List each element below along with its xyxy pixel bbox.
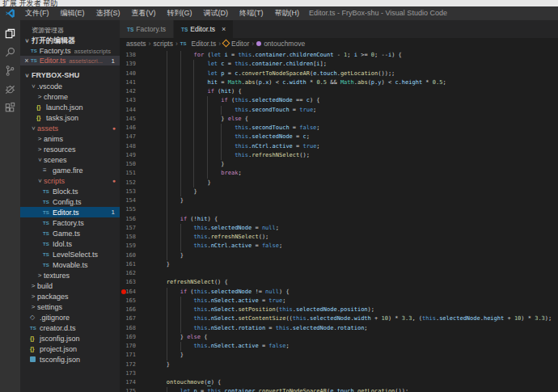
line-number[interactable]: 155 <box>120 205 136 214</box>
code-line[interactable]: 150 } <box>120 160 558 169</box>
code-line[interactable]: 142 if (hit) { <box>120 87 558 96</box>
tree-item-launch-json[interactable]: {}launch.json <box>20 102 120 112</box>
code-line[interactable]: 149 this.refreshNSelect(); <box>120 151 558 160</box>
code-line[interactable]: 161 } <box>120 260 558 269</box>
line-number[interactable]: 146 <box>120 124 136 133</box>
source-control-icon[interactable] <box>4 64 17 77</box>
code-line[interactable]: 172 } <box>120 360 558 369</box>
code-area[interactable]: 138 for (let i = this.container.children… <box>120 48 558 392</box>
line-number[interactable]: 158 <box>120 233 136 242</box>
line-number[interactable]: 159 <box>120 242 136 251</box>
line-number[interactable]: 173 <box>120 369 136 378</box>
extensions-icon[interactable] <box>4 101 17 114</box>
breadcrumb-assets[interactable]: assets <box>126 40 146 48</box>
tree-item-creator-d-ts[interactable]: TScreator.d.ts <box>20 322 120 333</box>
line-number[interactable]: 172 <box>120 360 136 369</box>
code-line[interactable]: 146 this.secondTouch = false; <box>120 124 558 133</box>
line-number[interactable]: 161 <box>120 260 136 269</box>
tree-item-jsconfig-json[interactable]: {}jsconfig.json <box>20 333 120 344</box>
code-line[interactable]: 159 this.nCtrl.active = false; <box>120 242 558 251</box>
tree-item-movable-ts[interactable]: TSMovable.ts <box>20 259 120 270</box>
line-number[interactable]: 157 <box>120 224 136 233</box>
code-line[interactable]: 175 let p = this.container.convertToNode… <box>120 387 558 392</box>
tree-item-editor-ts[interactable]: TSEditor.ts1 <box>20 207 120 217</box>
menu-item[interactable]: 文件(F) <box>19 6 55 20</box>
tab-editor-ts[interactable]: TSEditor.ts× <box>174 20 234 38</box>
line-number[interactable]: 145 <box>120 115 136 124</box>
root-folder-header[interactable]: > FRYBOX-SHU <box>20 70 120 81</box>
code-line[interactable]: 157 this.selectedNode = null; <box>120 224 558 233</box>
tree-item-tsconfig-json[interactable]: tsconfig.json <box>20 354 120 365</box>
line-number[interactable]: 139 <box>120 60 136 69</box>
breadcrumb-ontouchmove[interactable]: ontouchmove <box>256 40 305 48</box>
line-number[interactable]: 165 <box>120 297 136 306</box>
code-line[interactable]: 140 let p = c.convertToNodeSpaceAR(e.tou… <box>120 70 558 78</box>
tree-item--vscode[interactable]: >.vscode <box>20 81 120 91</box>
line-number[interactable]: 150 <box>120 160 136 169</box>
tree-item-resources[interactable]: >resources <box>20 144 120 154</box>
code-line[interactable]: 166 this.nSelect.setPosition(this.select… <box>120 306 558 314</box>
line-number[interactable]: 140 <box>120 70 136 78</box>
line-number[interactable]: 175 <box>120 387 136 392</box>
line-number[interactable]: 174 <box>120 378 136 387</box>
tree-item-config-ts[interactable]: TSConfig.ts <box>20 196 120 207</box>
search-icon[interactable] <box>4 45 17 58</box>
tree-item-chrome[interactable]: >chrome <box>20 91 120 102</box>
breadcrumb-scripts[interactable]: scripts <box>153 40 173 48</box>
code-line[interactable]: 139 let c = this.container.children[i]; <box>120 60 558 69</box>
line-number[interactable]: 154 <box>120 196 136 205</box>
breadcrumb-editor-ts[interactable]: TSEditor.ts <box>180 40 216 48</box>
code-line[interactable]: 156 if (!hit) { <box>120 215 558 224</box>
tree-item-assets[interactable]: >assets● <box>20 123 120 133</box>
explorer-icon[interactable] <box>4 27 17 40</box>
code-line[interactable]: 155 <box>120 205 558 214</box>
line-number[interactable]: 153 <box>120 188 136 196</box>
menu-item[interactable]: 编辑(E) <box>55 6 91 20</box>
line-number[interactable]: 170 <box>120 342 136 351</box>
tree-item-game-ts[interactable]: TSGame.ts <box>20 228 120 238</box>
code-line[interactable]: 143 if (this.selectedNode == c) { <box>120 96 558 105</box>
breakpoint-icon[interactable] <box>121 289 126 294</box>
code-line[interactable]: 153 } <box>120 188 558 196</box>
code-line[interactable]: 173 <box>120 369 558 378</box>
menu-item[interactable]: 调试(D) <box>198 6 235 20</box>
debug-icon[interactable] <box>4 82 17 95</box>
close-icon[interactable]: × <box>222 25 226 33</box>
code-line[interactable]: 174 ontouchmove(e) { <box>120 378 558 387</box>
tree-item-build[interactable]: >build <box>20 280 120 291</box>
tree-item-game-fire[interactable]: ≡game.fire <box>20 165 120 175</box>
tab-factory-ts[interactable]: TSFactory.ts <box>120 20 174 38</box>
line-number[interactable]: 152 <box>120 179 136 188</box>
close-icon[interactable]: × <box>23 57 31 65</box>
open-editor-item[interactable]: ×TSEditor.tsassets\scri...1 <box>20 56 120 65</box>
code-line[interactable]: 169 } else { <box>120 333 558 342</box>
code-line[interactable]: 144 this.secondTouch = true; <box>120 106 558 115</box>
menu-item[interactable]: 转到(G) <box>162 6 198 20</box>
tree-item-textures[interactable]: >textures <box>20 270 120 280</box>
code-line[interactable]: 162 <box>120 269 558 278</box>
code-line[interactable]: 147 this.selectedNode = c; <box>120 133 558 141</box>
code-line[interactable]: 171 } <box>120 351 558 360</box>
line-number[interactable]: 169 <box>120 333 136 342</box>
line-number[interactable]: 167 <box>120 314 136 323</box>
line-number[interactable]: 168 <box>120 324 136 333</box>
tree-item-scripts[interactable]: >scripts● <box>20 175 120 186</box>
tree-item-levelselect-ts[interactable]: TSLevelSelect.ts <box>20 249 120 259</box>
menu-item[interactable]: 查看(V) <box>126 6 162 20</box>
code-line[interactable]: 145 } else { <box>120 115 558 124</box>
open-editor-item[interactable]: TSFactory.tsassets\scripts <box>20 46 120 56</box>
line-number[interactable]: 148 <box>120 142 136 151</box>
tree-item-packages[interactable]: >packages <box>20 291 120 301</box>
code-line[interactable]: 164 if (this.selectedNode != null) { <box>120 288 558 297</box>
line-number[interactable]: 160 <box>120 251 136 260</box>
code-line[interactable]: 158 this.refreshNSelect(); <box>120 233 558 242</box>
line-number[interactable]: 142 <box>120 87 136 96</box>
tree-item-block-ts[interactable]: TSBlock.ts <box>20 186 120 196</box>
line-number[interactable]: 143 <box>120 96 136 105</box>
code-line[interactable]: 170 this.nSelect.active = false; <box>120 342 558 351</box>
tree-item-tasks-json[interactable]: {}tasks.json <box>20 112 120 123</box>
code-line[interactable]: 141 hit = Math.abs(p.x) < c.width * 0.5 … <box>120 78 558 87</box>
line-number[interactable]: 141 <box>120 78 136 87</box>
code-line[interactable]: 148 this.nCtrl.active = true; <box>120 142 558 151</box>
code-line[interactable]: 160 } <box>120 251 558 260</box>
